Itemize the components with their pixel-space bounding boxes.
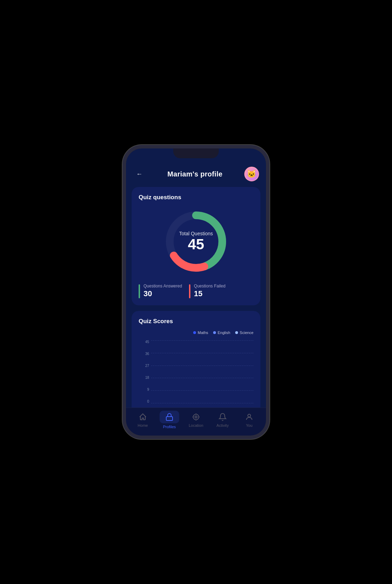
- total-questions: 45: [179, 236, 213, 252]
- quiz-scores-title: Quiz Scores: [139, 318, 253, 325]
- back-button[interactable]: ←: [133, 168, 146, 180]
- notch: [173, 148, 219, 158]
- phone-frame: ← Mariam's profile 🐱 Quiz questions: [122, 145, 270, 439]
- legend-maths: Maths: [193, 331, 208, 335]
- bars-container: [153, 340, 253, 403]
- donut-chart: Total Questions 45: [161, 207, 231, 277]
- nav-activity-label: Activity: [217, 423, 229, 427]
- main-content: Quiz questions Total Questio: [126, 187, 266, 408]
- answered-stat: Questions Answered 30: [139, 284, 182, 298]
- quiz-scores-card: Quiz Scores Maths English Science: [132, 311, 260, 408]
- quiz-questions-card: Quiz questions Total Questio: [132, 187, 260, 305]
- legend-science: Science: [235, 331, 253, 335]
- nav-location-label: Location: [189, 423, 203, 427]
- nav-profiles-label: Profiles: [163, 425, 176, 429]
- donut-chart-container: Total Questions 45: [139, 207, 253, 277]
- nav-activity[interactable]: Activity: [209, 412, 236, 427]
- nav-profiles[interactable]: Profiles: [156, 411, 183, 429]
- svg-point-4: [195, 416, 197, 418]
- svg-point-5: [193, 414, 199, 420]
- english-dot: [213, 331, 216, 334]
- science-dot: [235, 331, 238, 334]
- nav-you-label: You: [246, 423, 253, 427]
- chart-legend: Maths English Science: [139, 331, 253, 335]
- y-axis-labels: 45 36 27 18 9 0: [139, 340, 149, 403]
- nav-home[interactable]: Home: [130, 412, 156, 427]
- nav-home-label: Home: [138, 423, 148, 427]
- failed-indicator: [189, 284, 190, 298]
- you-icon: [244, 412, 254, 422]
- svg-rect-3: [166, 417, 173, 420]
- phone-screen: ← Mariam's profile 🐱 Quiz questions: [126, 148, 266, 436]
- donut-center: Total Questions 45: [179, 231, 213, 252]
- answered-value: 30: [144, 289, 182, 298]
- quiz-questions-title: Quiz questions: [139, 194, 253, 201]
- bottom-navigation: Home Profiles: [126, 408, 266, 436]
- location-icon: [191, 412, 201, 422]
- failed-stat: Questions Failed 15: [189, 284, 225, 298]
- maths-dot: [193, 331, 196, 334]
- profiles-icon: [164, 412, 174, 422]
- avatar[interactable]: 🐱: [244, 167, 259, 181]
- stats-row: Questions Answered 30 Questions Failed 1…: [139, 284, 253, 298]
- nav-you[interactable]: You: [236, 412, 262, 427]
- donut-label: Total Questions: [179, 231, 213, 236]
- activity-icon: [218, 412, 227, 422]
- failed-value: 15: [194, 289, 225, 298]
- bar-chart: 45 36 27 18 9 0: [139, 340, 253, 408]
- failed-label: Questions Failed: [194, 284, 225, 288]
- svg-point-10: [248, 414, 251, 417]
- home-icon: [138, 412, 148, 422]
- answered-indicator: [139, 284, 140, 298]
- legend-english: English: [213, 331, 230, 335]
- app-header: ← Mariam's profile 🐱: [126, 164, 266, 187]
- nav-location[interactable]: Location: [183, 412, 209, 427]
- answered-label: Questions Answered: [144, 284, 182, 288]
- page-title: Mariam's profile: [167, 170, 222, 178]
